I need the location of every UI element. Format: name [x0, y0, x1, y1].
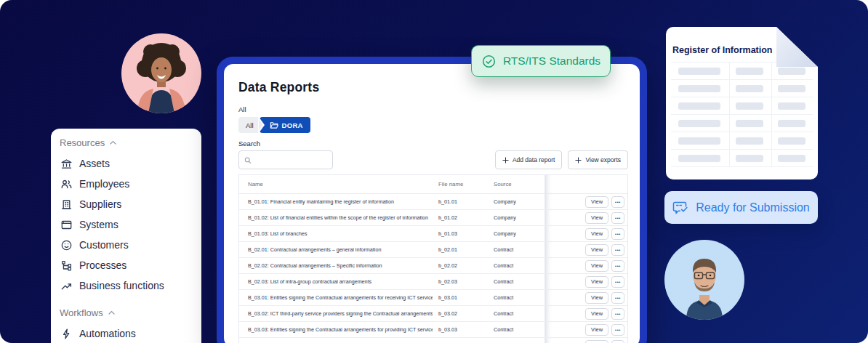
- table-row[interactable]: B_02.02: Contractual arrangements – Spec…: [239, 258, 627, 274]
- report-table-body: B_01.01: Financial entity maintaining th…: [239, 194, 627, 343]
- view-button[interactable]: View: [585, 324, 608, 336]
- table-row[interactable]: B_03.02: ICT third-party service provide…: [239, 306, 627, 322]
- report-actions-cell: View •••: [544, 258, 627, 273]
- building-icon: [60, 198, 73, 211]
- report-source-cell: Contract: [488, 262, 544, 269]
- report-file-name-cell: b_02.02: [433, 262, 488, 269]
- tab-all[interactable]: All: [238, 117, 258, 133]
- more-options-button[interactable]: •••: [611, 244, 624, 256]
- woman-portrait-illustration: [121, 33, 201, 113]
- view-button[interactable]: View: [585, 308, 608, 320]
- register-cell: [730, 132, 772, 149]
- more-options-button[interactable]: •••: [611, 276, 624, 288]
- placeholder-bar: [778, 68, 805, 75]
- more-options-button[interactable]: •••: [611, 228, 624, 240]
- register-table: [671, 62, 813, 167]
- sidebar-section-workflows[interactable]: Workflows: [60, 304, 193, 320]
- more-options-button[interactable]: •••: [611, 212, 624, 224]
- register-cell: [730, 62, 772, 79]
- view-button[interactable]: View: [585, 212, 608, 224]
- sidebar-item-processes[interactable]: Processes: [60, 255, 193, 275]
- sidebar-section-resources[interactable]: Resources: [60, 134, 193, 150]
- sidebar-item-label: Customers: [79, 239, 129, 251]
- view-button[interactable]: View: [585, 244, 608, 256]
- report-source-cell: Company: [488, 214, 544, 221]
- table-row[interactable]: B_03.01: Entities signing the Contractua…: [239, 290, 627, 306]
- chevron-up-icon: [110, 140, 116, 145]
- placeholder-bar: [678, 155, 720, 162]
- report-actions-cell: View •••: [544, 226, 627, 241]
- data-reports-frame: Data Reports All All DORA Search: [217, 57, 647, 343]
- table-row[interactable]: B_04.01: Entities making use of the ICT …: [239, 338, 627, 343]
- placeholder-bar: [678, 102, 720, 110]
- more-options-button[interactable]: •••: [611, 308, 624, 320]
- report-source-cell: Contract: [488, 326, 544, 333]
- placeholder-bar: [736, 155, 763, 162]
- report-actions-cell: View •••: [544, 210, 627, 225]
- more-options-button[interactable]: •••: [611, 260, 624, 272]
- report-name-cell: B_02.01: Contractual arrangements – gene…: [239, 246, 433, 253]
- report-file-name-cell: b_03.02: [433, 310, 488, 317]
- report-file-name-cell: b_02.03: [433, 278, 488, 285]
- table-row[interactable]: B_03.03: Entities signing the Contractua…: [239, 322, 627, 338]
- more-options-button[interactable]: •••: [611, 324, 624, 336]
- report-name-cell: B_01.02: List of financial entities with…: [239, 214, 433, 221]
- sidebar-item-automations[interactable]: Automations: [60, 323, 193, 343]
- register-cell: [730, 115, 772, 132]
- folder-icon: [270, 121, 278, 129]
- view-button[interactable]: View: [585, 340, 608, 343]
- table-row[interactable]: B_02.01: Contractual arrangements – gene…: [239, 242, 627, 258]
- sidebar-item-label: Automations: [79, 328, 136, 339]
- table-row[interactable]: B_01.03: List of branches b_01.03 Compan…: [239, 226, 627, 242]
- resources-sidebar: Resources Assets Employees Suppliers Sys…: [51, 129, 201, 343]
- placeholder-bar: [778, 155, 805, 162]
- register-cell: [730, 97, 772, 114]
- table-row[interactable]: B_01.01: Financial entity maintaining th…: [239, 194, 627, 210]
- sidebar-item-customers[interactable]: Customers: [60, 235, 193, 255]
- button-label: Add data report: [513, 156, 555, 164]
- bank-icon: [60, 158, 73, 170]
- more-options-button[interactable]: •••: [611, 196, 624, 208]
- view-button[interactable]: View: [585, 260, 608, 272]
- report-name-cell: B_01.03: List of branches: [239, 230, 433, 237]
- tab-label: DORA: [282, 121, 303, 129]
- view-button[interactable]: View: [585, 196, 608, 208]
- sidebar-item-assets[interactable]: Assets: [60, 153, 193, 174]
- placeholder-bar: [778, 102, 805, 110]
- report-name-cell: B_03.01: Entities signing the Contractua…: [239, 294, 433, 301]
- register-cell: [671, 97, 730, 114]
- section-label: Workflows: [60, 307, 103, 318]
- woman-avatar: [121, 33, 201, 113]
- table-row[interactable]: B_02.03: List of intra-group contractual…: [239, 274, 627, 290]
- view-button[interactable]: View: [585, 292, 608, 304]
- more-options-button[interactable]: •••: [611, 340, 624, 343]
- sidebar-item-employees[interactable]: Employees: [60, 174, 193, 194]
- sidebar-item-systems[interactable]: Systems: [60, 214, 193, 235]
- page-fold-corner: [776, 27, 818, 67]
- view-exports-button[interactable]: View exports: [568, 150, 628, 169]
- column-header-name: Name: [239, 181, 433, 187]
- report-actions-cell: View •••: [544, 322, 627, 337]
- placeholder-bar: [778, 137, 805, 145]
- submission-badge-label: Ready for Submission: [696, 201, 810, 214]
- placeholder-bar: [736, 137, 763, 145]
- sidebar-item-suppliers[interactable]: Suppliers: [60, 194, 193, 214]
- view-button[interactable]: View: [585, 276, 608, 288]
- add-data-report-button[interactable]: Add data report: [495, 150, 563, 169]
- sidebar-item-business-functions[interactable]: Business functions: [60, 275, 193, 296]
- data-reports-table: Name File name Source B_01.01: Financial…: [238, 174, 628, 343]
- search-box[interactable]: [238, 150, 333, 169]
- report-source-cell: Contract: [488, 246, 544, 253]
- placeholder-bar: [778, 120, 805, 127]
- bolt-icon: [60, 328, 73, 340]
- filter-tabs: All DORA: [238, 117, 628, 133]
- message-check-icon: [672, 201, 688, 214]
- table-row[interactable]: B_01.02: List of financial entities with…: [239, 210, 627, 226]
- search-input[interactable]: [255, 156, 327, 164]
- more-options-button[interactable]: •••: [611, 292, 624, 304]
- tab-dora[interactable]: DORA: [260, 117, 310, 133]
- view-button[interactable]: View: [585, 228, 608, 240]
- page-title: Data Reports: [238, 80, 628, 95]
- register-cell: [772, 80, 813, 97]
- report-actions-cell: View •••: [544, 306, 627, 321]
